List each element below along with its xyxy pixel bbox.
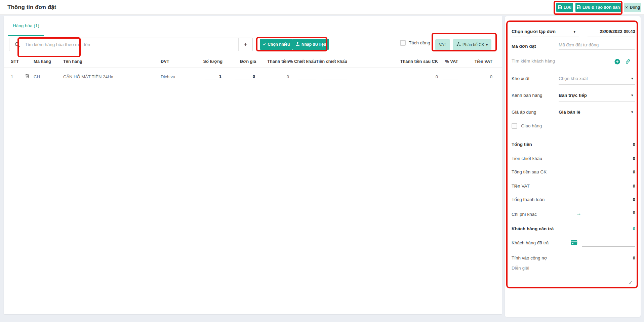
col-don-gia: Đơn giá bbox=[223, 59, 256, 64]
upload-icon bbox=[295, 42, 300, 47]
trash-icon bbox=[25, 75, 30, 80]
arrow-right-icon[interactable]: → bbox=[576, 210, 581, 216]
col-thanh-tien: Thành tiền bbox=[256, 59, 289, 64]
vat-total-label: Tiền VAT bbox=[512, 184, 530, 189]
link-customer-icon[interactable] bbox=[625, 59, 631, 65]
discount-amount-input[interactable] bbox=[323, 73, 347, 80]
chevron-down-icon: ▾ bbox=[631, 93, 633, 97]
add-customer-icon[interactable] bbox=[614, 59, 620, 66]
order-datetime[interactable]: 28/09/2022 09:43 bbox=[588, 29, 635, 34]
split-line-checkbox[interactable] bbox=[400, 40, 406, 46]
creator-underline bbox=[512, 37, 579, 37]
channel-underline bbox=[559, 101, 635, 102]
chevron-down-icon: ▾ bbox=[573, 30, 575, 34]
products-panel: Hàng hóa (1) + ✔ Chọn nhiều Nhập dữ liệu… bbox=[4, 16, 502, 314]
save-and-create-button[interactable]: Lưu & Tạo đơn bán bbox=[575, 3, 621, 12]
order-code-input[interactable] bbox=[559, 42, 635, 50]
total-value: 0 bbox=[633, 142, 635, 147]
unit-price-input[interactable] bbox=[235, 73, 256, 80]
vat-total-value: 0 bbox=[633, 184, 635, 189]
warehouse-underline bbox=[559, 84, 635, 85]
grand-total-label: Tổng thanh toán bbox=[512, 197, 545, 202]
delivery-label: Giao hàng bbox=[521, 123, 542, 128]
col-tien-vat: Tiền VAT bbox=[458, 59, 492, 64]
vat-button[interactable]: VAT bbox=[435, 39, 450, 50]
total-after-discount-label: Tổng tiền sau CK bbox=[512, 169, 547, 174]
chevron-down-icon: ▾ bbox=[486, 43, 488, 47]
customer-search-input[interactable] bbox=[512, 58, 609, 66]
order-summary-panel: Chọn người lập đơn ▾ 28/09/2022 09:43 Mã… bbox=[505, 16, 641, 317]
product-toolbar: + ✔ Chọn nhiều Nhập dữ liệu Tách dòng VA… bbox=[4, 38, 502, 51]
other-cost-label: Chi phí khác bbox=[512, 212, 537, 217]
col-ten-hang: Tên hàng bbox=[63, 59, 161, 64]
table-header-row: STT Mã hàng Tên hàng ĐVT Số lượng Đơn gi… bbox=[4, 55, 502, 68]
debt-value: 0 bbox=[633, 255, 635, 260]
grand-total-value: 0 bbox=[633, 197, 635, 202]
payment-card-icon[interactable] bbox=[571, 240, 577, 246]
customer-paid-label: Khách hàng đã trả bbox=[512, 240, 549, 245]
product-search-group: + bbox=[9, 38, 253, 51]
save-icon bbox=[577, 5, 581, 10]
tab-bar: Hàng hóa (1) bbox=[4, 16, 502, 36]
price-policy-label: Giá áp dụng bbox=[512, 110, 536, 115]
col-dvt: ĐVT bbox=[161, 59, 190, 64]
delete-row-button[interactable] bbox=[24, 73, 30, 80]
close-icon: ✕ bbox=[625, 5, 628, 10]
resize-grip-icon[interactable] bbox=[628, 280, 632, 285]
other-cost-input[interactable] bbox=[586, 209, 635, 217]
warehouse-label: Kho xuất bbox=[512, 76, 529, 81]
row-dvt: Dịch vụ bbox=[161, 74, 190, 79]
channel-label: Kênh bán hàng bbox=[512, 93, 542, 98]
import-data-button[interactable]: Nhập dữ liệu bbox=[292, 39, 329, 50]
check-icon: ✔ bbox=[263, 42, 266, 47]
quantity-input[interactable] bbox=[205, 73, 223, 80]
row-tt-sau-ck: 0 bbox=[347, 74, 438, 79]
save-button[interactable]: Lưu bbox=[556, 3, 573, 12]
discount-total-value: 0 bbox=[633, 156, 635, 161]
datetime-underline bbox=[588, 37, 635, 37]
split-line-label: Tách dòng bbox=[409, 40, 430, 45]
order-code-label: Mã đơn đặt bbox=[512, 44, 536, 49]
col-pct-vat: % VAT bbox=[438, 59, 458, 64]
search-icon bbox=[9, 42, 25, 47]
add-product-button[interactable]: + bbox=[238, 38, 252, 51]
tab-hang-hoa[interactable]: Hàng hóa (1) bbox=[8, 16, 44, 36]
debt-label: Tính vào công nợ bbox=[512, 255, 547, 260]
customer-paid-input[interactable] bbox=[582, 239, 635, 247]
price-policy-underline bbox=[559, 118, 635, 118]
total-after-discount-value: 0 bbox=[633, 169, 635, 174]
customer-underline bbox=[512, 69, 635, 69]
warehouse-select[interactable]: Chọn kho xuất bbox=[559, 76, 588, 81]
channel-select[interactable]: Bán trực tiếp bbox=[559, 93, 587, 98]
creator-select[interactable]: Chọn người lập đơn ▾ bbox=[512, 29, 579, 34]
row-ten-hang: CĂN HỘ MẶT TIỀN 24Ha bbox=[63, 74, 161, 79]
total-label: Tổng tiền bbox=[512, 142, 532, 147]
col-so-luong: Số lượng bbox=[190, 59, 223, 64]
select-many-button[interactable]: ✔ Chọn nhiều bbox=[260, 39, 293, 50]
discount-percent-input[interactable] bbox=[298, 73, 316, 80]
chevron-down-icon: ▾ bbox=[631, 110, 633, 114]
product-search-input[interactable] bbox=[25, 38, 238, 51]
row-thanh-tien: 0 bbox=[256, 74, 289, 79]
row-stt: 1 bbox=[4, 74, 21, 79]
discount-total-label: Tiền chiết khấu bbox=[512, 156, 542, 161]
col-stt: STT bbox=[4, 59, 21, 64]
col-pct-ck: % Chiết khấu bbox=[289, 59, 316, 64]
chevron-down-icon: ▾ bbox=[631, 76, 633, 81]
price-policy-select[interactable]: Giá bán lẻ bbox=[559, 110, 580, 115]
close-button[interactable]: ✕ Đóng bbox=[624, 3, 641, 12]
vat-percent-input[interactable] bbox=[443, 73, 458, 80]
customer-due-value: 0 bbox=[633, 226, 635, 231]
note-textarea[interactable]: Diễn giải bbox=[512, 266, 529, 271]
row-tien-vat: 0 bbox=[458, 74, 492, 79]
save-icon bbox=[558, 5, 562, 10]
page-title: Thông tin đơn đặt bbox=[7, 4, 56, 11]
top-header-bar: Thông tin đơn đặt Lưu Lưu & Tạo đơn bán … bbox=[0, 0, 644, 15]
customer-due-label: Khách hàng cần trả bbox=[512, 226, 554, 231]
allocate-discount-button[interactable]: Phân bổ CK ▾ bbox=[453, 39, 491, 50]
split-line-option: Tách dòng bbox=[400, 40, 430, 46]
row-ma-hang: CH bbox=[34, 74, 63, 79]
delivery-checkbox[interactable] bbox=[512, 123, 517, 129]
plus-icon: + bbox=[244, 41, 247, 48]
col-tien-ck: Tiền chiết khấu bbox=[316, 59, 347, 64]
